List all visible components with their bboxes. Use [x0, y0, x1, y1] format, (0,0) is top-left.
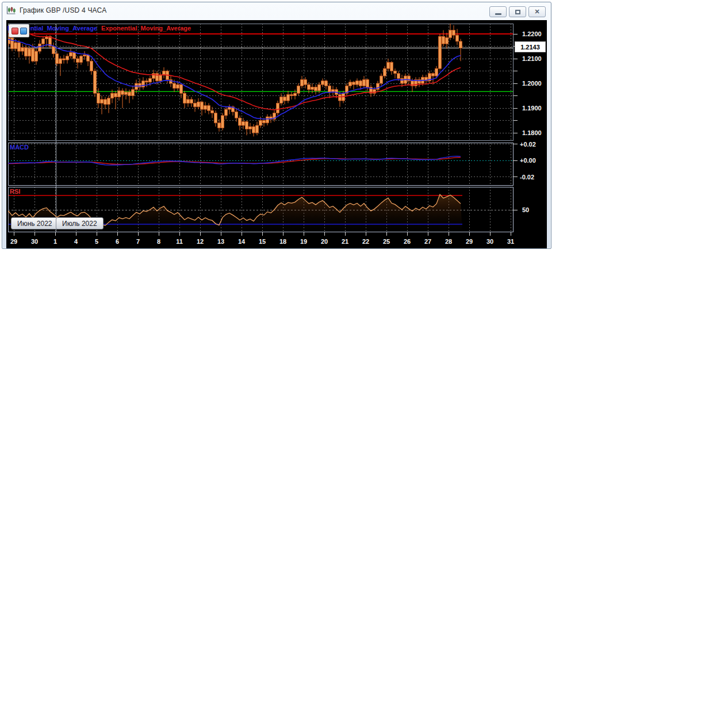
- chart-plot-area[interactable]: 1.22001.21001.20001.19001.1800+0.02+0.00…: [6, 20, 547, 248]
- window-title-bar[interactable]: График GBP /USD 4 ЧАСА ✕: [2, 2, 551, 18]
- candle-body: [177, 85, 179, 88]
- candle-body: [163, 71, 166, 75]
- candle-body: [459, 41, 462, 48]
- candle-body: [390, 62, 393, 71]
- candle-body: [139, 83, 141, 87]
- x-axis-label: 26: [404, 238, 411, 245]
- candle-body: [214, 113, 217, 123]
- x-axis-label: 28: [445, 238, 452, 245]
- candle-body: [256, 125, 259, 133]
- x-axis-label: 31: [507, 238, 514, 245]
- candle-body: [149, 78, 152, 82]
- candle-body: [325, 81, 328, 86]
- macd-pane-label: MACD: [10, 144, 29, 151]
- candle-body: [39, 44, 41, 51]
- candle-body: [132, 90, 135, 96]
- candle-body: [11, 37, 14, 48]
- candle-body: [90, 61, 93, 71]
- candle-body: [97, 93, 100, 103]
- ema-fast-line: [6, 39, 461, 119]
- close-icon: ✕: [534, 9, 539, 15]
- candle-body: [76, 59, 79, 62]
- month-button-june[interactable]: Июнь 2022: [11, 217, 59, 229]
- candle-body: [21, 48, 24, 51]
- candle-body: [442, 36, 445, 44]
- x-axis-label: 27: [424, 238, 431, 245]
- candle-body: [304, 80, 307, 85]
- candle-body: [321, 81, 324, 85]
- candle-body: [287, 94, 290, 101]
- price-axis-label: 1.1800: [522, 129, 542, 136]
- candle-body: [194, 103, 197, 106]
- price-levels: [8, 34, 513, 91]
- candle-body: [118, 91, 121, 97]
- candle-body: [128, 92, 131, 95]
- candle-body: [63, 59, 66, 60]
- price-axis-label: 1.2000: [522, 80, 542, 87]
- candle-body: [246, 122, 248, 129]
- x-axis-label: 19: [300, 238, 307, 245]
- candle-body: [121, 91, 124, 94]
- current-price-tag: 1.2143: [515, 41, 546, 52]
- candle-body: [201, 102, 204, 109]
- candle-body: [83, 55, 86, 56]
- candle-body: [446, 37, 449, 44]
- candle-body: [7, 37, 10, 44]
- x-axis: 2930145678111213141518192021222526272829…: [10, 232, 514, 245]
- macd-axis-label: +0.02: [520, 141, 536, 148]
- candle-body: [384, 68, 386, 76]
- close-button[interactable]: ✕: [528, 6, 546, 17]
- x-axis-label: 5: [95, 238, 98, 245]
- candle-body: [6, 44, 7, 46]
- macd-axis-label: -0.02: [520, 174, 534, 181]
- indicator-legend: Exponential_Moving_AverageExponential_Mo…: [7, 25, 191, 32]
- x-axis-label: 7: [136, 238, 140, 245]
- candle-body: [42, 39, 45, 44]
- x-axis-label: 21: [342, 238, 348, 245]
- candle-body: [249, 126, 252, 129]
- candlestick-chart-icon: [6, 6, 16, 15]
- candle-body: [190, 99, 193, 103]
- month-button-july[interactable]: Июль 2022: [56, 217, 104, 229]
- candle-body: [183, 93, 186, 103]
- candle-body: [208, 106, 210, 111]
- candle-body: [394, 71, 397, 74]
- candle-body: [56, 53, 59, 63]
- candle-body: [59, 59, 62, 64]
- candle-body: [356, 81, 359, 85]
- candle-body: [387, 62, 390, 68]
- x-axis-label: 1: [53, 238, 57, 245]
- candle-body: [87, 55, 90, 62]
- candle-body: [14, 43, 17, 49]
- candle-body: [187, 99, 190, 103]
- candle-body: [204, 106, 207, 109]
- candle-body: [173, 83, 176, 89]
- x-axis-label: 20: [321, 238, 328, 245]
- x-axis-label: 8: [157, 238, 160, 245]
- candle-body: [197, 102, 200, 107]
- candle-body: [456, 35, 459, 41]
- candle-body: [218, 123, 221, 128]
- candle-body: [73, 52, 76, 59]
- candle-body: [66, 56, 69, 60]
- candle-body: [290, 94, 293, 95]
- candle-body: [397, 74, 400, 79]
- x-axis-label: 14: [238, 238, 246, 245]
- candle-body: [235, 112, 238, 118]
- candle-body: [453, 30, 455, 36]
- candle-body: [101, 99, 104, 103]
- price-axis-label: 1.1900: [522, 105, 542, 112]
- x-axis-label: 25: [383, 238, 390, 245]
- maximize-button[interactable]: [509, 6, 526, 17]
- minimize-button[interactable]: [489, 6, 507, 17]
- candle-body: [114, 93, 117, 97]
- blue-series-swatch[interactable]: [20, 28, 27, 34]
- candle-body: [318, 85, 321, 91]
- candle-body: [328, 86, 331, 92]
- candle-body: [359, 81, 362, 86]
- series-swatch-panel: [9, 24, 29, 37]
- x-axis-label: 13: [217, 238, 224, 245]
- red-series-swatch[interactable]: [12, 28, 18, 34]
- candle-body: [32, 49, 35, 62]
- candle-body: [401, 78, 404, 83]
